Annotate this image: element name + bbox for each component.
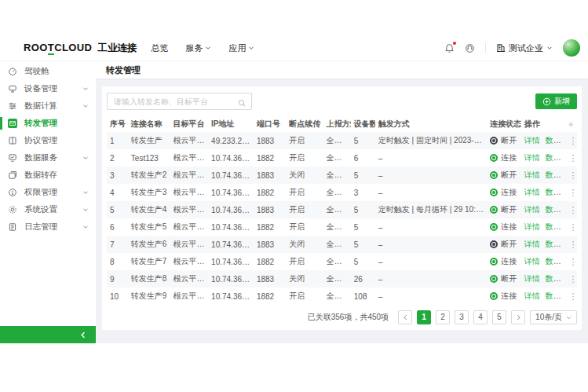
table-row: 3转发生产2根云平台4.010.74.36.1351883关闭全量上报5–断开详…	[107, 167, 577, 184]
sidebar-item-协议管理[interactable]: 协议管理	[0, 132, 96, 149]
resume-setting: 开启	[286, 201, 323, 218]
more-actions-icon[interactable]: ⋮	[568, 291, 577, 301]
notification-bell-icon[interactable]	[444, 43, 455, 53]
action-数据对比[interactable]: 数据对比	[546, 222, 566, 231]
more-actions-icon[interactable]: ⋮	[568, 136, 577, 145]
resume-setting: 开启	[286, 218, 323, 236]
action-数据对比[interactable]: 数据对比	[546, 136, 566, 145]
action-详情[interactable]: 详情	[524, 222, 540, 231]
sidebar-item-驾驶舱[interactable]: 驾驶舱	[0, 63, 96, 80]
more-actions-icon[interactable]: ⋮	[568, 257, 577, 266]
protocol-icon	[8, 136, 17, 145]
page-button-5[interactable]: 5	[492, 310, 506, 324]
row-index: 8	[107, 253, 128, 270]
more-actions-icon[interactable]: ⋮	[568, 153, 577, 163]
next-page-button[interactable]	[511, 310, 525, 324]
report-mode: 全量上报	[323, 288, 351, 305]
action-详情[interactable]: 详情	[524, 274, 540, 283]
table-row: 1转发生产根云平台4.049.233.236.651883开启全量上报5定时触发…	[107, 132, 577, 149]
sidebar-collapse-button[interactable]	[0, 326, 96, 343]
sidebar-item-设备管理[interactable]: 设备管理	[0, 80, 96, 97]
sidebar-item-转发管理[interactable]: 转发管理	[0, 115, 96, 132]
report-mode: 全量上报	[323, 218, 351, 236]
header-divider	[485, 42, 486, 53]
sidebar-item-数据转存[interactable]: 数据转存	[0, 167, 96, 184]
ip-address: 49.233.236.65	[208, 132, 254, 149]
help-service-icon[interactable]	[465, 43, 475, 53]
search-input[interactable]	[107, 93, 252, 110]
more-actions-icon[interactable]: ⋮	[568, 205, 577, 214]
resume-setting: 开启	[286, 253, 323, 270]
table-row: 10转发生产9根云平台4.010.74.36.1351882开启全量上报108–…	[107, 288, 577, 305]
resume-setting: 开启	[286, 288, 323, 305]
search-icon[interactable]	[238, 97, 247, 111]
more-actions-icon[interactable]: ⋮	[568, 188, 577, 197]
action-详情[interactable]: 详情	[524, 240, 540, 248]
action-数据对比[interactable]: 数据对比	[546, 257, 566, 266]
action-数据对比[interactable]: 数据对比	[546, 240, 566, 248]
table-row: 6转发生产5根云平台4.010.74.36.1351882开启全量上报5–连接详…	[107, 218, 577, 236]
row-more: ⋮	[565, 218, 577, 236]
action-数据对比[interactable]: 数据对比	[546, 205, 566, 214]
compute-icon	[8, 101, 17, 111]
action-详情[interactable]: 详情	[524, 136, 540, 145]
connection-status: 断开	[487, 236, 520, 253]
action-数据对比[interactable]: 数据对比	[546, 153, 566, 162]
action-数据对比[interactable]: 数据对比	[546, 188, 566, 196]
rootcloud-logo[interactable]: ROOTCLOUD 工业连接	[24, 42, 137, 55]
sidebar-item-数据计算[interactable]: 数据计算	[0, 97, 96, 115]
enterprise-selector[interactable]: 测试企业	[496, 42, 553, 54]
action-详情[interactable]: 详情	[524, 153, 540, 162]
more-actions-icon[interactable]: ⋮	[568, 170, 577, 180]
action-详情[interactable]: 详情	[524, 257, 540, 266]
device-count: 5	[351, 218, 375, 236]
row-actions: 详情数据对比	[521, 253, 566, 270]
connection-name: 转发生产6	[128, 236, 170, 253]
more-actions-icon[interactable]: ⋮	[568, 222, 577, 232]
action-详情[interactable]: 详情	[524, 188, 540, 196]
page-size-select[interactable]: 10条/页	[530, 310, 577, 324]
report-mode: 全量上报	[323, 201, 351, 218]
row-index: 2	[107, 149, 128, 167]
row-more: ⋮	[565, 253, 577, 270]
page-button-2[interactable]: 2	[436, 310, 450, 324]
sidebar-item-权限管理[interactable]: 权限管理	[0, 184, 96, 201]
col-header-端口号: 端口号	[254, 116, 286, 132]
prev-page-button[interactable]	[398, 310, 412, 324]
more-actions-icon[interactable]: ⋮	[568, 240, 577, 249]
page-button-4[interactable]: 4	[473, 310, 488, 324]
action-数据对比[interactable]: 数据对比	[546, 170, 566, 179]
chevron-down-icon	[248, 45, 254, 51]
chevron-down-icon	[546, 45, 553, 51]
expand-chevron-icon	[82, 155, 89, 161]
page-button-1[interactable]: 1	[417, 310, 431, 324]
connection-status: 连接	[487, 184, 520, 201]
row-actions: 详情数据对比	[521, 184, 566, 201]
table-row: 4转发生产3根云平台4.010.74.36.1351882开启全量上报3–连接详…	[107, 184, 577, 201]
action-数据对比[interactable]: 数据对比	[546, 274, 566, 283]
notification-badge	[453, 42, 456, 45]
sidebar-item-数据服务[interactable]: 数据服务	[0, 149, 96, 167]
trigger-mode: –	[375, 218, 488, 236]
trigger-mode: –	[375, 149, 488, 167]
port-number: 1882	[254, 184, 286, 201]
sidebar-item-系统设置[interactable]: 系统设置	[0, 201, 96, 218]
enterprise-name: 测试企业	[509, 42, 543, 54]
nav-item-服务[interactable]: 服务	[185, 42, 211, 54]
more-actions-icon[interactable]: ⋮	[568, 274, 577, 284]
product-name: 工业连接	[97, 42, 137, 55]
action-详情[interactable]: 详情	[524, 170, 540, 179]
action-详情[interactable]: 详情	[524, 205, 540, 214]
action-数据对比[interactable]: 数据对比	[546, 291, 566, 300]
action-详情[interactable]: 详情	[524, 291, 540, 300]
user-avatar[interactable]	[563, 39, 580, 57]
sidebar-item-日志管理[interactable]: 日志管理	[0, 218, 96, 236]
forwarding-table: 序号连接名称目标平台IP地址端口号断点续传上报方式设备数触发方式连接状态操作 1…	[107, 116, 577, 305]
add-button[interactable]: 新增	[535, 93, 577, 109]
resume-setting: 关闭	[286, 236, 323, 253]
nav-item-总览[interactable]: 总览	[151, 42, 168, 54]
nav-item-应用[interactable]: 应用	[228, 42, 254, 54]
table-settings[interactable]	[565, 116, 577, 132]
page-button-3[interactable]: 3	[455, 310, 469, 324]
device-count: 5	[351, 236, 375, 253]
